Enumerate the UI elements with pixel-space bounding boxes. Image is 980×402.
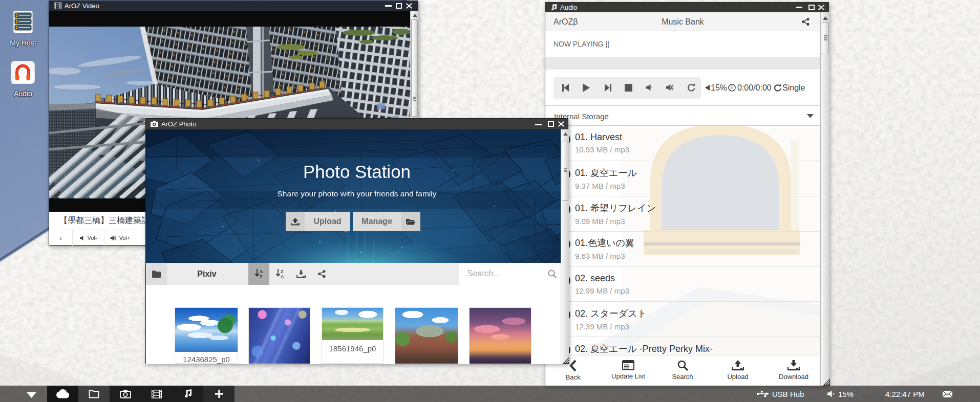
- svg-text:Z: Z: [260, 274, 263, 279]
- svg-text:A: A: [260, 269, 263, 274]
- svg-text:A: A: [281, 274, 284, 279]
- svg-text:Z: Z: [281, 269, 284, 274]
